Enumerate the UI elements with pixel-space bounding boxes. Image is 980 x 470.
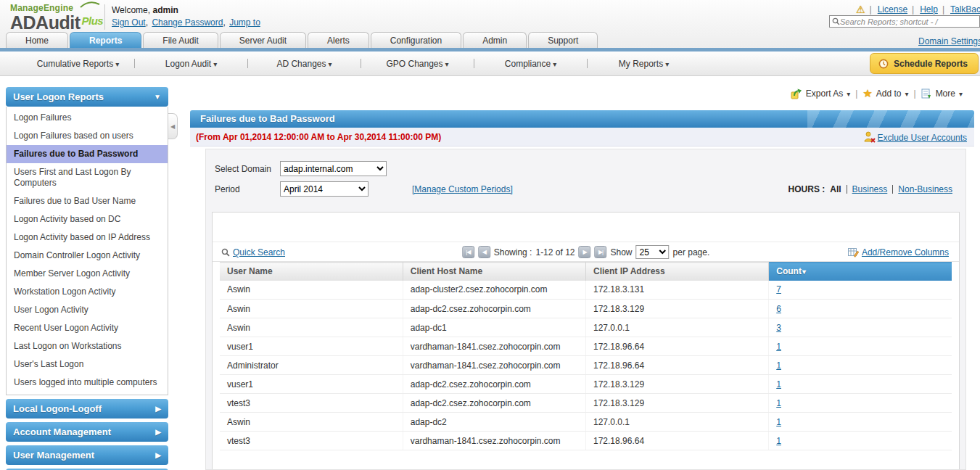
sidebar-item-recent-user-logon[interactable]: Recent User Logon Activity	[7, 319, 168, 337]
exclude-user-accounts: Exclude User Accounts	[863, 131, 967, 143]
chevron-down-icon: ▾	[445, 60, 449, 68]
count-link[interactable]: 1	[776, 398, 781, 408]
sidebar-item-logon-activity-ip[interactable]: Logon Activity based on IP Address	[7, 228, 168, 247]
domain-select[interactable]: adap.internal.com	[280, 161, 387, 176]
showing-range: 1-12 of 12	[535, 247, 575, 257]
period-row: Period April 2014 [Manage Custom Periods…	[215, 181, 513, 197]
sidebar-item-workstation-logon[interactable]: Workstation Logon Activity	[7, 283, 168, 301]
cell-user: vtest3	[220, 432, 403, 450]
count-link[interactable]: 1	[776, 360, 781, 371]
sidebar-item-failures-bad-user-name[interactable]: Failures due to Bad User Name	[7, 192, 168, 210]
jump-to-link[interactable]: Jump to	[229, 17, 260, 28]
sidebar-item-users-last-logon[interactable]: User's Last Logon	[7, 355, 168, 374]
subnav-cumulative-reports[interactable]: Cumulative Reports▾	[22, 59, 134, 69]
export-as-menu[interactable]: Export As ▾	[791, 88, 850, 99]
sign-out-link[interactable]: Sign Out	[112, 17, 149, 28]
next-page-button[interactable]: ▶	[579, 246, 591, 258]
tab-alerts[interactable]: Alerts	[308, 32, 369, 49]
sidebar-section-user-management[interactable]: User Management ▶	[6, 445, 168, 465]
period-select[interactable]: April 2014	[280, 181, 368, 197]
sidebar-item-user-logon-activity[interactable]: User Logon Activity	[7, 301, 168, 319]
count-link[interactable]: 1	[776, 379, 781, 389]
hours-label: HOURS :	[788, 184, 825, 194]
cell-host: adap-dc2.csez.zohocorpin.com	[403, 394, 585, 413]
sidebar-item-failures-due-to-bad-password[interactable]: Failures due to Bad Password	[7, 145, 168, 163]
sidebar-report-list: Logon Failures Logon Failures based on u…	[6, 107, 168, 395]
tab-support[interactable]: Support	[528, 32, 598, 49]
sidebar-item-users-first-last-logon[interactable]: Users First and Last Logon By Computers	[7, 163, 168, 192]
cell-host: adap-dc1	[403, 318, 585, 337]
quick-search-link[interactable]: Quick Search	[233, 247, 285, 257]
column-header-user-name[interactable]: User Name	[220, 263, 403, 281]
count-link[interactable]: 3	[776, 323, 781, 333]
add-to-label: Add to	[876, 88, 902, 99]
sidebar-collapse-handle[interactable]: ◀	[168, 113, 178, 139]
exclude-user-accounts-link[interactable]: Exclude User Accounts	[878, 133, 967, 143]
domain-settings-link[interactable]: Domain Settings	[918, 36, 980, 46]
count-link[interactable]: 6	[776, 304, 781, 314]
chevron-right-icon: ▶	[155, 422, 161, 442]
column-header-count-sorted[interactable]: Count▾	[769, 263, 952, 281]
add-to-menu[interactable]: ★ Add to ▾	[862, 87, 908, 100]
cell-user: vtest3	[220, 394, 403, 413]
count-link[interactable]: 7	[776, 284, 781, 294]
more-menu[interactable]: More ▾	[921, 88, 963, 99]
subnav-my-reports[interactable]: My Reports▾	[588, 59, 700, 69]
cell-host: adap-cluster2.csez.zohocorpin.com	[403, 281, 585, 300]
sort-desc-icon: ▾	[802, 268, 806, 276]
count-link[interactable]: 1	[776, 436, 781, 446]
count-link[interactable]: 1	[776, 342, 781, 352]
sidebar-section-local-logon-logoff[interactable]: Local Logon-Logoff ▶	[6, 399, 168, 419]
add-remove-columns-link[interactable]: Add/Remove Columns	[862, 247, 949, 257]
sidebar-item-last-logon-workstations[interactable]: Last Logon on Workstations	[7, 337, 168, 355]
count-link[interactable]: 1	[776, 417, 781, 427]
hours-non-business-link[interactable]: Non-Business	[898, 184, 952, 194]
column-header-client-ip-address[interactable]: Client IP Address	[586, 263, 769, 281]
subnav-label: Logon Audit	[165, 59, 211, 69]
cell-user: Aswin	[220, 413, 403, 432]
sidebar-item-logon-activity-dc[interactable]: Logon Activity based on DC	[7, 210, 168, 228]
table-row: Administratorvardhaman-1841.csez.zohocor…	[220, 356, 952, 375]
welcome-label: Welcome,	[112, 5, 150, 15]
tab-admin[interactable]: Admin	[463, 32, 527, 49]
subnav-gpo-changes[interactable]: GPO Changes▾	[361, 59, 474, 69]
subnav-ad-changes[interactable]: AD Changes▾	[248, 59, 361, 69]
page-size-select[interactable]: 25	[636, 245, 670, 259]
change-password-link[interactable]: Change Password	[152, 17, 226, 28]
chevron-right-icon: ▶	[155, 399, 161, 419]
tab-reports[interactable]: Reports	[70, 32, 141, 49]
subnav-compliance[interactable]: Compliance▾	[474, 59, 587, 69]
talkback-link[interactable]: TalkBack	[942, 4, 980, 15]
sidebar-item-logon-failures[interactable]: Logon Failures	[7, 109, 168, 127]
warning-icon[interactable]: ⚠	[856, 4, 865, 15]
schedule-reports-button[interactable]: Schedule Reports	[870, 53, 979, 74]
last-page-button[interactable]: ▶|	[595, 246, 607, 258]
sidebar-item-logon-failures-based-on-users[interactable]: Logon Failures based on users	[7, 127, 168, 145]
tab-file-audit[interactable]: File Audit	[143, 32, 218, 49]
column-header-client-host-name[interactable]: Client Host Name	[403, 263, 585, 281]
search-icon	[221, 248, 230, 257]
chevron-down-icon: ▾	[847, 90, 850, 98]
sidebar-item-domain-controller-logon[interactable]: Domain Controller Logon Activity	[7, 247, 168, 265]
count-header-label: Count	[776, 266, 802, 276]
license-link[interactable]: License	[870, 4, 908, 15]
tab-home[interactable]: Home	[6, 32, 68, 49]
help-link[interactable]: Help	[912, 4, 938, 15]
brand-name: ManageEngine	[10, 3, 104, 13]
subnav-logon-audit[interactable]: Logon Audit▾	[135, 59, 247, 69]
hours-business-link[interactable]: Business	[852, 184, 888, 194]
previous-page-button[interactable]: ◀	[478, 246, 490, 258]
sidebar-item-member-server-logon[interactable]: Member Server Logon Activity	[7, 265, 168, 283]
sidebar-item-users-multiple-computers[interactable]: Users logged into multiple computers	[7, 374, 168, 392]
sidebar-header-user-logon-reports[interactable]: User Logon Reports ▼	[6, 87, 168, 107]
search-input[interactable]	[840, 17, 977, 26]
section-label: User Management	[13, 445, 94, 465]
manage-custom-periods-link[interactable]: [Manage Custom Periods]	[412, 184, 513, 194]
first-page-button[interactable]: |◀	[462, 246, 474, 258]
report-table-container: Quick Search |◀ ◀ Showing : 1-12 of 12 ▶…	[212, 212, 960, 469]
tab-server-audit[interactable]: Server Audit	[220, 32, 306, 49]
cell-ip: 172.18.3.129	[586, 375, 769, 394]
tab-configuration[interactable]: Configuration	[371, 32, 461, 49]
hours-all[interactable]: All	[830, 184, 841, 194]
sidebar-section-account-management[interactable]: Account Management ▶	[6, 422, 168, 442]
